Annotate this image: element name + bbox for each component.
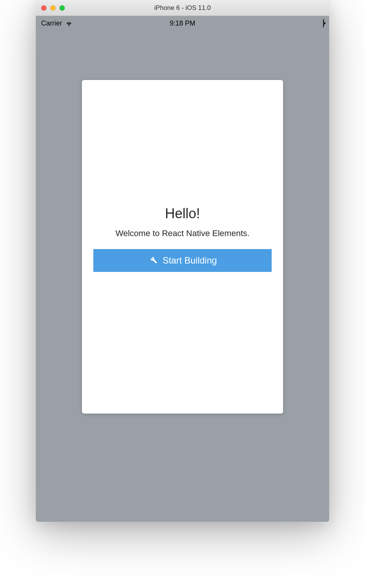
- window-zoom-button[interactable]: [59, 5, 65, 11]
- battery-icon: [323, 19, 324, 27]
- ios-status-bar: Carrier 9:18 PM: [36, 16, 329, 30]
- start-building-button[interactable]: Start Building: [93, 249, 272, 272]
- welcome-card: Hello! Welcome to React Native Elements.…: [82, 80, 283, 414]
- simulator-window: iPhone 6 - iOS 11.0 Carrier 9:18 PM Hell…: [36, 0, 329, 522]
- window-title: iPhone 6 - iOS 11.0: [36, 4, 329, 12]
- card-title: Hello!: [93, 206, 272, 222]
- card-subtitle: Welcome to React Native Elements.: [93, 228, 272, 238]
- status-time: 9:18 PM: [170, 19, 195, 27]
- wrench-icon: [148, 255, 157, 266]
- start-building-button-label: Start Building: [163, 255, 217, 266]
- window-minimize-button[interactable]: [50, 5, 56, 11]
- traffic-lights: [41, 5, 65, 11]
- macos-titlebar: iPhone 6 - iOS 11.0: [36, 0, 329, 16]
- carrier-label: Carrier: [41, 19, 62, 27]
- wifi-icon: [65, 19, 73, 27]
- window-close-button[interactable]: [41, 5, 46, 11]
- simulator-screen: Hello! Welcome to React Native Elements.…: [36, 30, 329, 522]
